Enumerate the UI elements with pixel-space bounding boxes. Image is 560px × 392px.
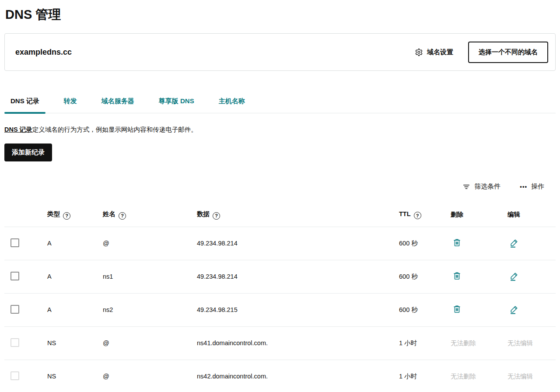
description-text: 定义域名的行为方式，例如显示网站内容和传递电子邮件。 <box>32 126 197 133</box>
row-checkbox[interactable] <box>10 238 19 247</box>
filter-icon <box>462 183 470 191</box>
trash-icon <box>452 304 462 314</box>
edit-record-button[interactable] <box>508 237 521 250</box>
header-delete: 删除 <box>446 210 499 219</box>
tabs: DNS 记录转发域名服务器尊享版 DNS主机名称 <box>4 91 556 113</box>
actions-label: 操作 <box>531 182 544 191</box>
pencil-icon <box>509 238 519 248</box>
record-data: 49.234.98.214 <box>195 273 396 280</box>
trash-icon <box>452 271 462 280</box>
row-checkbox <box>10 338 19 347</box>
record-data: ns42.domaincontrol.com. <box>195 373 396 380</box>
header-ttl: TTL? <box>396 210 446 220</box>
record-ttl: 1 小时 <box>396 339 446 347</box>
tab-label: 主机名称 <box>219 97 245 105</box>
page-title: DNS 管理 <box>5 6 556 24</box>
domain-card: exampledns.cc 域名设置 选择一个不同的域名 <box>4 33 556 71</box>
record-name: @ <box>101 373 195 380</box>
tab-label: DNS 记录 <box>10 97 39 105</box>
delete-record-button[interactable] <box>451 304 463 316</box>
question-circle-icon[interactable]: ? <box>414 212 421 219</box>
dns-records-table: 类型? 姓名? 数据? TTL? 删除 编辑 A@49.234.98.21460… <box>4 201 556 392</box>
dns-records-description: DNS 记录定义域名的行为方式，例如显示网站内容和传递电子邮件。 <box>4 126 556 134</box>
record-type: A <box>44 240 101 247</box>
table-row: NS@ns41.domaincontrol.com.1 小时无法删除无法编辑 <box>4 327 556 360</box>
row-checkbox <box>10 371 19 380</box>
filter-button[interactable]: 筛选条件 <box>462 182 500 191</box>
ellipsis-icon: ••• <box>520 183 527 190</box>
record-type: A <box>44 273 101 280</box>
toolbar: 筛选条件 ••• 操作 <box>4 182 556 191</box>
record-name: @ <box>101 340 195 346</box>
table-body: A@49.234.98.214600 秒 Ans149.234.98.21460… <box>4 227 556 392</box>
record-ttl: 600 秒 <box>396 239 446 248</box>
edit-disabled-label: 无法编辑 <box>508 340 533 346</box>
record-name: ns2 <box>101 306 195 313</box>
table-row: NS@ns42.domaincontrol.com.1 小时无法删除无法编辑 <box>4 360 556 392</box>
table-header: 类型? 姓名? 数据? TTL? 删除 编辑 <box>4 201 556 227</box>
question-circle-icon[interactable]: ? <box>119 212 126 220</box>
tab-label: 域名服务器 <box>102 97 134 105</box>
dns-records-link[interactable]: DNS 记录 <box>4 126 32 133</box>
add-record-button[interactable]: 添加新纪录 <box>4 144 52 161</box>
edit-record-button[interactable] <box>508 304 521 316</box>
header-type: 类型? <box>44 210 101 220</box>
domain-settings-button[interactable]: 域名设置 <box>415 48 453 56</box>
delete-record-button[interactable] <box>451 237 463 249</box>
edit-disabled-label: 无法编辑 <box>508 373 533 380</box>
header-data: 数据? <box>195 210 396 220</box>
tab-nameservers[interactable]: 域名服务器 <box>95 91 140 113</box>
domain-settings-label: 域名设置 <box>427 48 453 56</box>
dns-management-page: DNS 管理 exampledns.cc 域名设置 选择一个不同的域名 DNS … <box>0 6 560 392</box>
record-type: A <box>44 306 101 313</box>
record-name: @ <box>101 240 195 247</box>
actions-button[interactable]: ••• 操作 <box>520 182 544 191</box>
record-data: ns41.domaincontrol.com. <box>195 340 396 346</box>
edit-record-button[interactable] <box>508 270 521 283</box>
tab-label: 尊享版 DNS <box>159 97 194 105</box>
record-ttl: 600 秒 <box>396 306 446 314</box>
trash-icon <box>452 238 462 247</box>
header-edit: 编辑 <box>499 210 556 219</box>
record-name: ns1 <box>101 273 195 280</box>
question-circle-icon[interactable]: ? <box>213 212 220 220</box>
delete-record-button[interactable] <box>451 270 463 283</box>
pencil-icon <box>509 304 519 314</box>
record-type: NS <box>44 340 101 346</box>
row-checkbox[interactable] <box>10 272 19 280</box>
tab-dns-records[interactable]: DNS 记录 <box>4 91 46 113</box>
row-checkbox[interactable] <box>10 305 19 314</box>
gear-icon <box>415 48 423 56</box>
question-circle-icon[interactable]: ? <box>63 212 70 220</box>
domain-card-actions: 域名设置 选择一个不同的域名 <box>415 42 548 63</box>
pencil-icon <box>509 271 519 281</box>
filter-label: 筛选条件 <box>474 182 500 191</box>
delete-disabled-label: 无法删除 <box>451 373 476 380</box>
delete-disabled-label: 无法删除 <box>451 340 476 346</box>
table-row: A@49.234.98.214600 秒 <box>4 227 556 260</box>
choose-different-domain-button[interactable]: 选择一个不同的域名 <box>468 42 548 63</box>
tab-label: 转发 <box>64 97 77 105</box>
tab-forwarding[interactable]: 转发 <box>58 91 83 113</box>
tab-hostnames[interactable]: 主机名称 <box>213 91 251 113</box>
record-data: 49.234.98.215 <box>195 306 396 313</box>
record-data: 49.234.98.214 <box>195 240 396 247</box>
record-type: NS <box>44 373 101 380</box>
domain-name: exampledns.cc <box>15 48 72 57</box>
tab-premium-dns[interactable]: 尊享版 DNS <box>153 91 200 113</box>
table-row: Ans149.234.98.214600 秒 <box>4 260 556 294</box>
table-row: Ans249.234.98.215600 秒 <box>4 294 556 327</box>
record-ttl: 1 小时 <box>396 372 446 381</box>
header-name: 姓名? <box>101 210 195 220</box>
record-ttl: 600 秒 <box>396 273 446 281</box>
